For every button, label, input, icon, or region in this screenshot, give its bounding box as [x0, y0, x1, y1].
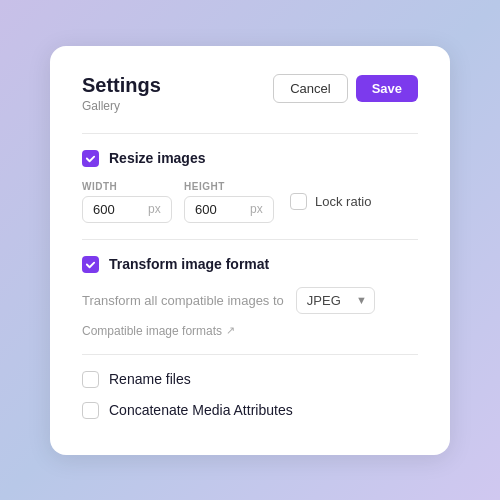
width-input-wrap: px [82, 196, 172, 223]
settings-card: Settings Gallery Cancel Save Resize imag… [50, 46, 450, 455]
external-link-icon: ↗ [226, 324, 235, 337]
compat-link[interactable]: Compatible image formats ↗ [82, 324, 418, 338]
width-input[interactable] [93, 202, 148, 217]
transform-section-header: Transform image format [82, 256, 418, 273]
height-label: HEIGHT [184, 181, 274, 192]
rename-section: Rename files [82, 371, 418, 388]
rename-label: Rename files [109, 371, 191, 387]
width-label: WIDTH [82, 181, 172, 192]
concat-section: Concatenate Media Attributes [82, 402, 418, 419]
height-input-wrap: px [184, 196, 274, 223]
header: Settings Gallery Cancel Save [82, 74, 418, 113]
transform-checkbox-checked [82, 256, 99, 273]
page-subtitle: Gallery [82, 99, 161, 113]
height-unit: px [250, 202, 263, 216]
resize-checkbox-checked [82, 150, 99, 167]
lock-ratio-group: Lock ratio [290, 193, 371, 210]
lock-ratio-checkbox[interactable] [290, 193, 307, 210]
concat-checkbox[interactable] [82, 402, 99, 419]
height-input[interactable] [195, 202, 250, 217]
resize-section: Resize images WIDTH px HEIGHT px Lock ra… [82, 150, 418, 223]
width-unit: px [148, 202, 161, 216]
resize-checkbox[interactable] [82, 150, 99, 167]
dimension-row: WIDTH px HEIGHT px Lock ratio [82, 181, 418, 223]
transform-description: Transform all compatible images to [82, 293, 284, 308]
format-select-wrap: JPEG PNG WEBP ▼ [296, 287, 375, 314]
divider-middle [82, 239, 418, 240]
page-title: Settings [82, 74, 161, 97]
save-button[interactable]: Save [356, 75, 418, 102]
lock-ratio-label: Lock ratio [315, 194, 371, 209]
concat-label: Concatenate Media Attributes [109, 402, 293, 418]
compat-link-text: Compatible image formats [82, 324, 222, 338]
divider-top [82, 133, 418, 134]
width-group: WIDTH px [82, 181, 172, 223]
height-group: HEIGHT px [184, 181, 274, 223]
transform-checkbox[interactable] [82, 256, 99, 273]
transform-section: Transform image format Transform all com… [82, 256, 418, 338]
transform-label: Transform image format [109, 256, 269, 272]
resize-section-header: Resize images [82, 150, 418, 167]
title-block: Settings Gallery [82, 74, 161, 113]
divider-lower [82, 354, 418, 355]
transform-row: Transform all compatible images to JPEG … [82, 287, 418, 314]
format-select[interactable]: JPEG PNG WEBP [296, 287, 375, 314]
rename-checkbox[interactable] [82, 371, 99, 388]
header-buttons: Cancel Save [273, 74, 418, 103]
resize-label: Resize images [109, 150, 206, 166]
cancel-button[interactable]: Cancel [273, 74, 347, 103]
